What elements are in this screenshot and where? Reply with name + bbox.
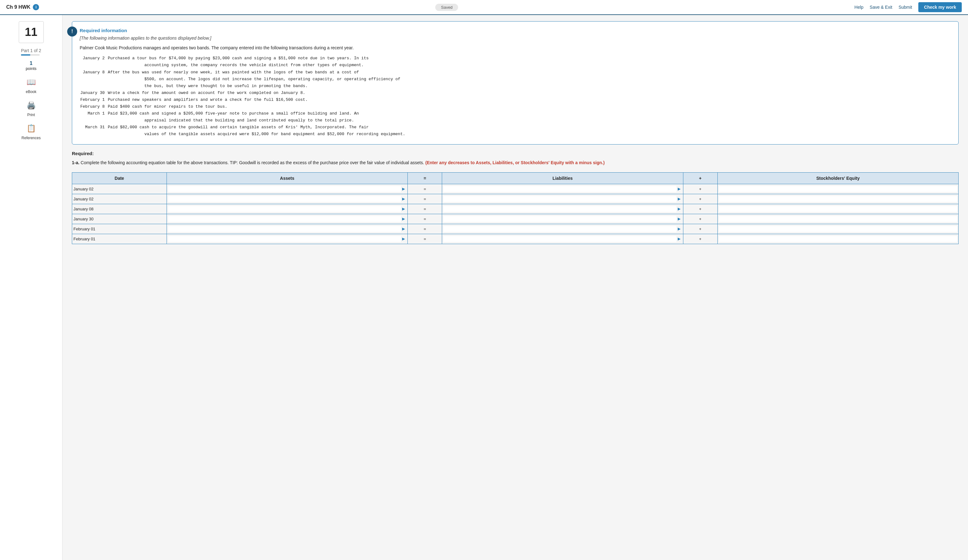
row-equity-1[interactable] <box>718 194 958 204</box>
table-header-row: Date Assets = Liabilities + Stockholders… <box>72 172 959 184</box>
main-container: 11 Part 1 of 2 1 points 📖 eBook 🖨️ Print… <box>0 15 968 560</box>
assets-input-2[interactable] <box>168 206 401 212</box>
row-equals-0: = <box>408 184 442 194</box>
tx-date-mar31: March 31 <box>80 124 108 138</box>
row-equals-2: = <box>408 204 442 214</box>
transactions-list: January 2 Purchased a tour bus for $74,0… <box>80 55 951 138</box>
table-row: January 08 ▶ = ▶ + <box>72 204 959 214</box>
references-icon: 📋 <box>25 122 38 135</box>
row-equity-2[interactable] <box>718 204 958 214</box>
part-label: Part 1 of 2 <box>21 48 41 53</box>
instruction-body: Complete the following accounting equati… <box>81 160 424 165</box>
info-icon[interactable]: i <box>33 4 39 10</box>
info-box-icon: ! <box>67 26 77 36</box>
references-label: References <box>22 136 41 140</box>
row-equity-5[interactable] <box>718 234 958 244</box>
check-my-work-button[interactable]: Check my work <box>918 2 962 12</box>
row-plus-0: + <box>683 184 718 194</box>
transaction-row-feb8: February 8 Paid $400 cash for minor repa… <box>80 103 951 110</box>
sidebar-tool-references[interactable]: 📋 References <box>22 122 41 140</box>
row-date-0: January 02 <box>72 184 167 194</box>
equity-input-3[interactable] <box>719 216 957 222</box>
row-liabilities-3[interactable]: ▶ <box>442 214 683 224</box>
row-assets-5[interactable]: ▶ <box>167 234 408 244</box>
assets-arrow-5: ▶ <box>401 236 406 241</box>
help-link[interactable]: Help <box>855 5 864 10</box>
transaction-row-jan30: January 30 Wrote a check for the amount … <box>80 89 951 96</box>
tx-desc-feb8: Paid $400 cash for minor repairs to the … <box>108 103 951 110</box>
assets-input-3[interactable] <box>168 216 401 222</box>
info-box: ! Required information [The following in… <box>72 21 959 145</box>
sidebar-tool-print[interactable]: 🖨️ Print <box>25 99 38 117</box>
points-section: 1 points <box>26 61 36 71</box>
tx-desc-mar31: Paid $82,000 cash to acquire the goodwil… <box>108 124 951 138</box>
assets-arrow-3: ▶ <box>401 216 406 221</box>
liabilities-arrow-0: ▶ <box>676 187 682 191</box>
part-label-text: Part 1 <box>21 48 33 53</box>
row-equity-3[interactable] <box>718 214 958 224</box>
saved-status: Saved <box>435 4 458 11</box>
header-date: Date <box>72 172 167 184</box>
row-date-2: January 08 <box>72 204 167 214</box>
tx-desc-mar1: Paid $23,000 cash and signed a $205,000 … <box>108 110 951 124</box>
row-liabilities-5[interactable]: ▶ <box>442 234 683 244</box>
liabilities-input-5[interactable] <box>443 236 676 242</box>
row-equity-4[interactable] <box>718 224 958 234</box>
assets-input-4[interactable] <box>168 226 401 232</box>
sidebar-tool-ebook[interactable]: 📖 eBook <box>25 76 38 94</box>
row-liabilities-2[interactable]: ▶ <box>442 204 683 214</box>
print-label: Print <box>27 113 35 117</box>
assets-input-1[interactable] <box>168 196 401 202</box>
assets-input-5[interactable] <box>168 236 401 242</box>
instruction-label: 1-a. <box>72 160 80 165</box>
tx-date-jan8: January 8 <box>80 69 108 89</box>
row-equity-0[interactable] <box>718 184 958 194</box>
tx-date-feb1: February 1 <box>80 96 108 103</box>
row-liabilities-4[interactable]: ▶ <box>442 224 683 234</box>
liabilities-input-3[interactable] <box>443 216 676 222</box>
row-plus-3: + <box>683 214 718 224</box>
row-assets-1[interactable]: ▶ <box>167 194 408 204</box>
row-assets-2[interactable]: ▶ <box>167 204 408 214</box>
save-exit-link[interactable]: Save & Exit <box>870 5 892 10</box>
liabilities-input-2[interactable] <box>443 206 676 212</box>
print-icon: 🖨️ <box>25 99 38 111</box>
equity-input-2[interactable] <box>719 206 957 212</box>
liabilities-arrow-1: ▶ <box>676 197 682 201</box>
sidebar: 11 Part 1 of 2 1 points 📖 eBook 🖨️ Print… <box>0 15 63 560</box>
assets-input-0[interactable] <box>168 186 401 192</box>
app-title: Ch 9 HWK <box>6 4 30 10</box>
liabilities-input-1[interactable] <box>443 196 676 202</box>
equity-input-4[interactable] <box>719 226 957 232</box>
equity-input-5[interactable] <box>719 236 957 242</box>
part-of-text: of 2 <box>34 48 41 53</box>
row-liabilities-1[interactable]: ▶ <box>442 194 683 204</box>
liabilities-input-4[interactable] <box>443 226 676 232</box>
row-assets-0[interactable]: ▶ <box>167 184 408 194</box>
header-liabilities: Liabilities <box>442 172 683 184</box>
question-number: 11 <box>25 26 37 39</box>
tx-desc-jan2: Purchased a tour bus for $74,000 by payi… <box>108 55 951 69</box>
table-row: February 01 ▶ = ▶ + <box>72 224 959 234</box>
part-progress-bar <box>21 55 40 56</box>
required-heading: Required: <box>72 151 959 156</box>
liabilities-input-0[interactable] <box>443 186 676 192</box>
equity-input-0[interactable] <box>719 186 957 192</box>
required-warning: (Enter any decreases to Assets, Liabilit… <box>425 160 605 165</box>
nav-center: Saved <box>435 4 458 11</box>
ebook-label: eBook <box>26 89 36 94</box>
liabilities-arrow-5: ▶ <box>676 236 682 241</box>
info-box-subtitle: [The following information applies to th… <box>80 36 951 41</box>
submit-link[interactable]: Submit <box>898 5 912 10</box>
header-assets: Assets <box>167 172 408 184</box>
transaction-row-mar31: March 31 Paid $82,000 cash to acquire th… <box>80 124 951 138</box>
assets-arrow-2: ▶ <box>401 206 406 211</box>
row-date-5: February 01 <box>72 234 167 244</box>
row-assets-4[interactable]: ▶ <box>167 224 408 234</box>
table-row: January 02 ▶ = ▶ + <box>72 194 959 204</box>
row-liabilities-0[interactable]: ▶ <box>442 184 683 194</box>
assets-arrow-1: ▶ <box>401 197 406 201</box>
equity-input-1[interactable] <box>719 196 957 202</box>
top-navigation: Ch 9 HWK i Saved Help Save & Exit Submit… <box>0 0 968 15</box>
row-assets-3[interactable]: ▶ <box>167 214 408 224</box>
